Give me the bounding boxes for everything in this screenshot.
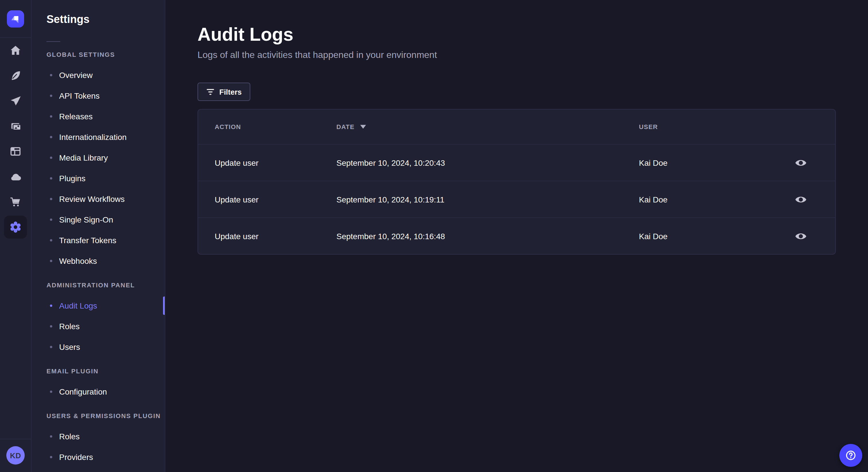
sidebar-item-plugins[interactable]: Plugins: [32, 168, 165, 189]
layout-icon: [9, 145, 22, 158]
rail-item-media-library[interactable]: [0, 113, 31, 139]
bullet-icon: [50, 305, 52, 307]
section-users-permissions-plugin: USERS & PERMISSIONS PLUGIN Roles Provide…: [32, 405, 165, 467]
bullet-icon: [50, 260, 52, 262]
column-header-action: ACTION: [215, 123, 336, 130]
settings-sidebar: Settings GLOBAL SETTINGS Overview API To…: [32, 0, 165, 472]
rail-item-home[interactable]: [0, 38, 31, 63]
settings-active-highlight: [4, 216, 27, 239]
section-email-plugin: EMAIL PLUGIN Configuration: [32, 361, 165, 402]
cell-date: September 10, 2024, 10:16:48: [336, 231, 639, 241]
sidebar-item-transfer-tokens[interactable]: Transfer Tokens: [32, 230, 165, 250]
help-button[interactable]: [839, 444, 862, 467]
section-global-settings: GLOBAL SETTINGS Overview API Tokens Rele…: [32, 44, 165, 271]
sidebar-item-audit-logs[interactable]: Audit Logs: [32, 295, 165, 316]
sidebar-title: Settings: [46, 11, 165, 28]
rail-item-settings[interactable]: [0, 214, 31, 240]
main-content: Audit Logs Logs of all the activities th…: [165, 0, 868, 472]
table-actions-row: Filters: [197, 82, 836, 101]
rail-footer: KD: [0, 439, 31, 472]
view-details-button[interactable]: [791, 226, 811, 246]
user-avatar[interactable]: KD: [6, 446, 25, 465]
bullet-icon: [50, 456, 52, 458]
sidebar-item-email-configuration[interactable]: Configuration: [32, 381, 165, 402]
rail-nav: [0, 38, 31, 240]
sidebar-item-single-sign-on[interactable]: Single Sign-On: [32, 209, 165, 230]
cell-action: Update user: [215, 158, 336, 167]
bullet-icon: [50, 177, 52, 179]
icon-rail: KD: [0, 0, 32, 472]
cell-action: Update user: [215, 231, 336, 241]
table-header-row: ACTION DATE USER: [198, 109, 835, 144]
section-administration-panel: ADMINISTRATION PANEL Audit Logs Roles Us…: [32, 275, 165, 357]
bullet-icon: [50, 391, 52, 393]
filters-button-label: Filters: [219, 88, 242, 96]
view-details-button[interactable]: [791, 190, 811, 209]
bullet-icon: [50, 157, 52, 159]
bullet-icon: [50, 136, 52, 138]
cell-date: September 10, 2024, 10:19:11: [336, 195, 639, 204]
sidebar-item-webhooks[interactable]: Webhooks: [32, 250, 165, 271]
sidebar-item-up-providers[interactable]: Providers: [32, 447, 165, 467]
eye-icon: [795, 230, 807, 242]
pictures-icon: [9, 120, 22, 133]
sidebar-item-overview[interactable]: Overview: [32, 65, 165, 86]
sidebar-item-internationalization[interactable]: Internationalization: [32, 127, 165, 147]
rail-item-content-type-builder[interactable]: [0, 139, 31, 164]
cell-user: Kai Doe: [639, 195, 776, 204]
bullet-icon: [50, 115, 52, 117]
audit-logs-table: ACTION DATE USER Update user September 1…: [197, 109, 836, 255]
cell-action: Update user: [215, 195, 336, 204]
bullet-icon: [50, 346, 52, 348]
rail-item-marketplace[interactable]: [0, 189, 31, 214]
column-header-user: USER: [639, 123, 776, 130]
section-label: EMAIL PLUGIN: [32, 361, 165, 381]
sort-by-date-button[interactable]: DATE: [336, 123, 639, 130]
rail-item-deploy[interactable]: [0, 164, 31, 189]
cart-icon: [9, 196, 22, 208]
table-row[interactable]: Update user September 10, 2024, 10:16:48…: [198, 217, 835, 254]
bullet-icon: [50, 218, 52, 221]
section-label: GLOBAL SETTINGS: [32, 44, 165, 65]
bullet-icon: [50, 325, 52, 328]
filters-button[interactable]: Filters: [197, 82, 250, 101]
paper-plane-icon: [9, 95, 22, 107]
sidebar-item-releases[interactable]: Releases: [32, 106, 165, 127]
app-window: KD Settings GLOBAL SETTINGS Overview API…: [0, 0, 868, 472]
strapi-logo-icon: [7, 10, 24, 27]
page-title: Audit Logs: [197, 23, 836, 46]
sort-desc-icon: [360, 125, 366, 129]
sidebar-item-api-tokens[interactable]: API Tokens: [32, 86, 165, 106]
bullet-icon: [50, 95, 52, 97]
table-row[interactable]: Update user September 10, 2024, 10:20:43…: [198, 144, 835, 181]
sidebar-item-media-library[interactable]: Media Library: [32, 147, 165, 168]
feather-icon: [9, 69, 22, 82]
question-mark-icon: [844, 449, 857, 462]
logo-cell[interactable]: [0, 0, 31, 38]
table-row[interactable]: Update user September 10, 2024, 10:19:11…: [198, 181, 835, 217]
cell-user: Kai Doe: [639, 158, 776, 167]
bullet-icon: [50, 239, 52, 241]
rail-item-releases[interactable]: [0, 88, 31, 113]
sidebar-item-review-workflows[interactable]: Review Workflows: [32, 189, 165, 209]
settings-nav: GLOBAL SETTINGS Overview API Tokens Rele…: [32, 42, 165, 467]
view-details-button[interactable]: [791, 153, 811, 172]
section-label: ADMINISTRATION PANEL: [32, 275, 165, 295]
sidebar-item-admin-roles[interactable]: Roles: [32, 316, 165, 337]
sidebar-item-up-roles[interactable]: Roles: [32, 426, 165, 447]
settings-sidebar-header: Settings: [32, 0, 165, 28]
bullet-icon: [50, 74, 52, 76]
eye-icon: [795, 193, 807, 206]
home-icon: [9, 44, 22, 57]
bullet-icon: [50, 198, 52, 200]
bullet-icon: [50, 435, 52, 438]
column-header-date: DATE: [336, 123, 354, 130]
gear-icon: [9, 220, 22, 234]
eye-icon: [795, 156, 807, 169]
sidebar-item-users[interactable]: Users: [32, 337, 165, 357]
filter-icon: [206, 88, 215, 96]
cell-date: September 10, 2024, 10:20:43: [336, 158, 639, 167]
cell-user: Kai Doe: [639, 231, 776, 241]
rail-item-content[interactable]: [0, 63, 31, 88]
page-subtitle: Logs of all the activities that happened…: [197, 48, 836, 62]
